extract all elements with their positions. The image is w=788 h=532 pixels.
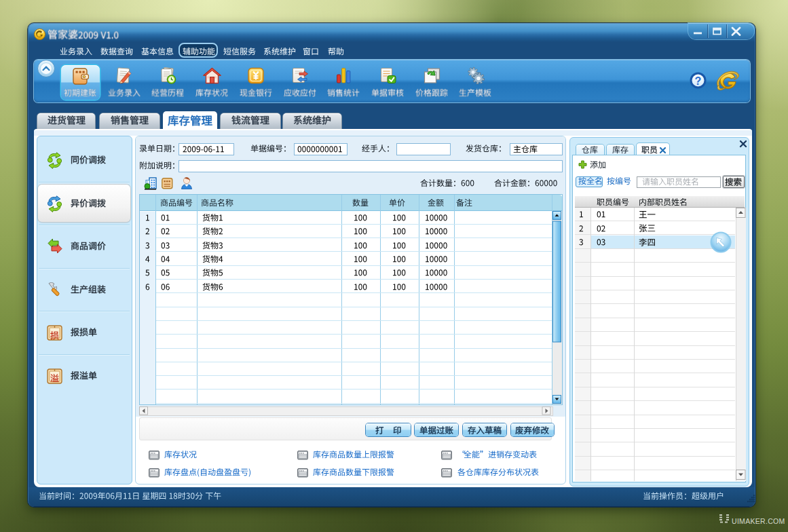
svg-text:?: ? (695, 75, 702, 87)
